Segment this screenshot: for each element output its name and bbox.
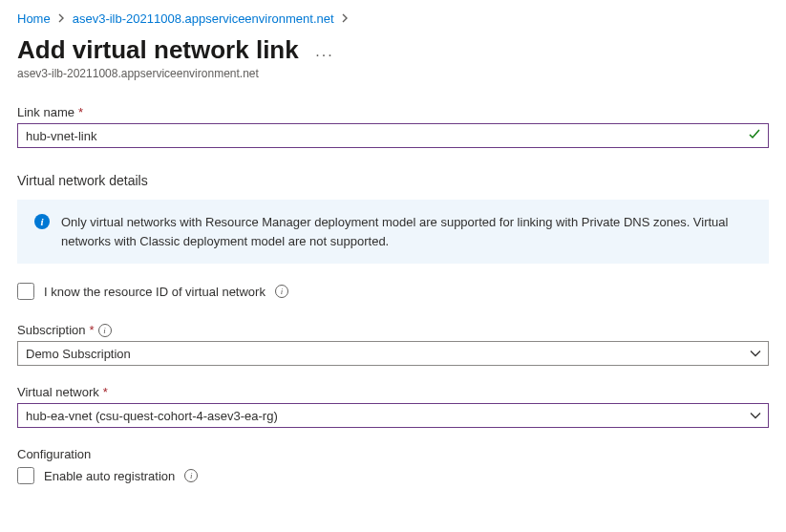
virtual-network-field: Virtual network * hub-ea-vnet (csu-quest… (17, 385, 769, 428)
info-icon[interactable]: i (98, 324, 112, 337)
link-name-label: Link name (17, 105, 74, 119)
link-name-field: Link name * (17, 105, 769, 148)
info-icon: i (34, 214, 50, 229)
know-resource-id-row: I know the resource ID of virtual networ… (17, 283, 769, 300)
auto-registration-checkbox[interactable] (17, 467, 34, 484)
subscription-label: Subscription (17, 323, 86, 337)
vnet-details-heading: Virtual network details (17, 173, 769, 188)
virtual-network-value: hub-ea-vnet (csu-quest-cohort-4-asev3-ea… (26, 409, 278, 423)
configuration-heading: Configuration (17, 447, 769, 461)
chevron-right-icon (58, 13, 65, 25)
subscription-value: Demo Subscription (26, 347, 131, 361)
know-resource-id-label: I know the resource ID of virtual networ… (44, 285, 266, 299)
info-icon[interactable]: i (184, 469, 198, 482)
breadcrumb: Home asev3-ilb-20211008.appserviceenviro… (17, 11, 769, 26)
subscription-dropdown[interactable]: Demo Subscription (17, 341, 769, 366)
page-subtitle: asev3-ilb-20211008.appserviceenvironment… (17, 67, 769, 80)
auto-registration-label: Enable auto registration (44, 469, 175, 483)
know-resource-id-checkbox[interactable] (17, 283, 34, 300)
subscription-field: Subscription * i Demo Subscription (17, 323, 769, 366)
required-indicator: * (90, 323, 95, 337)
required-indicator: * (103, 385, 108, 399)
page-header: Add virtual network link ··· asev3-ilb-2… (17, 32, 769, 80)
info-icon[interactable]: i (275, 285, 288, 298)
link-name-input[interactable] (17, 123, 769, 148)
breadcrumb-home[interactable]: Home (17, 11, 51, 26)
virtual-network-dropdown[interactable]: hub-ea-vnet (csu-quest-cohort-4-asev3-ea… (17, 403, 769, 428)
required-indicator: * (78, 105, 83, 119)
breadcrumb-resource[interactable]: asev3-ilb-20211008.appserviceenvironment… (73, 11, 334, 26)
chevron-right-icon (342, 13, 349, 25)
more-actions-button[interactable]: ··· (315, 47, 333, 64)
page-title: Add virtual network link (17, 35, 299, 65)
info-banner: i Only virtual networks with Resource Ma… (17, 200, 769, 264)
virtual-network-label: Virtual network (17, 385, 99, 399)
configuration-section: Configuration Enable auto registration i (17, 447, 769, 484)
info-banner-text: Only virtual networks with Resource Mana… (61, 213, 752, 250)
